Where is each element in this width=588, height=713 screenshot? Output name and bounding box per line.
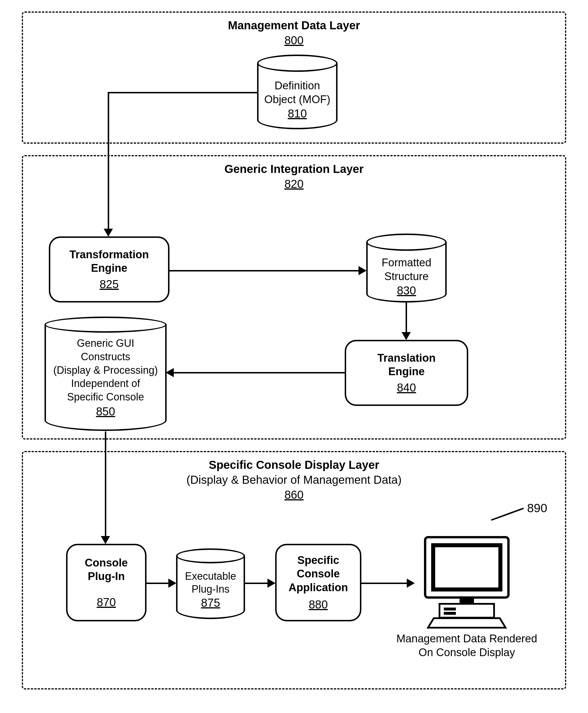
layer3-title: Specific Console Display Layer (Display … bbox=[23, 457, 565, 504]
connector bbox=[108, 92, 257, 93]
generic-gui-l3: (Display & Processing) bbox=[53, 364, 158, 376]
connector bbox=[174, 372, 345, 374]
layer3-ref: 860 bbox=[285, 488, 303, 501]
specific-console-app-l1: Specific bbox=[297, 553, 339, 567]
transformation-engine-l1: Transformation bbox=[69, 248, 149, 262]
formatted-structure-cylinder: Formatted Structure 830 bbox=[366, 242, 447, 302]
arrow-right-icon bbox=[358, 266, 366, 275]
rendered-caption-l2: On Console Display bbox=[419, 646, 515, 658]
specific-console-app-l2: Console bbox=[297, 567, 340, 581]
layer3-title-text: Specific Console Display Layer bbox=[209, 459, 379, 471]
arrow-left-icon bbox=[166, 368, 174, 377]
svg-rect-4 bbox=[444, 608, 456, 610]
formatted-structure-l1: Formatted bbox=[381, 256, 431, 269]
definition-object-ref: 810 bbox=[288, 107, 307, 120]
executable-plugins-cylinder: Executable Plug-Ins 875 bbox=[176, 556, 245, 619]
transformation-engine-box: Transformation Engine 825 bbox=[49, 236, 169, 302]
layer1-title-text: Management Data Layer bbox=[228, 19, 360, 32]
generic-gui-l5: Specific Console bbox=[67, 391, 144, 403]
connector bbox=[361, 583, 407, 584]
diagram-canvas: Management Data Layer 800 Definition Obj… bbox=[0, 0, 588, 713]
translation-engine-l2: Engine bbox=[388, 365, 425, 379]
definition-object-label2: Object (MOF) bbox=[264, 93, 330, 105]
translation-engine-box: Translation Engine 840 bbox=[345, 340, 468, 406]
definition-object-label1: Definition bbox=[275, 80, 320, 92]
generic-gui-l1: Generic GUI bbox=[77, 337, 134, 349]
svg-rect-1 bbox=[433, 545, 500, 589]
connector bbox=[169, 270, 359, 271]
layer1-ref: 800 bbox=[285, 34, 303, 46]
connector bbox=[245, 583, 268, 584]
console-plugin-box: Console Plug-In 870 bbox=[66, 544, 147, 621]
layer2-ref: 820 bbox=[285, 177, 303, 190]
transformation-engine-ref: 825 bbox=[100, 277, 119, 291]
generic-gui-ref: 850 bbox=[96, 405, 115, 418]
definition-object-cylinder: Definition Object (MOF) 810 bbox=[257, 63, 337, 129]
executable-plugins-ref: 875 bbox=[201, 596, 220, 609]
specific-console-app-ref: 880 bbox=[309, 597, 328, 612]
transformation-engine-l2: Engine bbox=[91, 261, 128, 275]
formatted-structure-ref: 830 bbox=[397, 284, 416, 297]
translation-engine-l1: Translation bbox=[377, 351, 436, 365]
arrow-right-icon bbox=[268, 579, 275, 588]
rendered-caption-l1: Management Data Rendered bbox=[396, 633, 537, 645]
layer2-title: Generic Integration Layer 820 bbox=[23, 162, 565, 193]
generic-gui-l2: Constructs bbox=[81, 351, 130, 362]
formatted-structure-l2: Structure bbox=[384, 270, 428, 282]
generic-gui-cylinder: Generic GUI Constructs (Display & Proces… bbox=[44, 324, 167, 431]
console-plugin-l2: Plug-In bbox=[88, 570, 125, 584]
specific-console-app-box: Specific Console Application 880 bbox=[275, 544, 361, 621]
specific-console-app-l3: Application bbox=[289, 581, 348, 595]
arrow-right-icon bbox=[168, 579, 176, 588]
monitor-ref-label: 890 bbox=[527, 501, 547, 515]
connector bbox=[405, 302, 407, 333]
monitor-icon bbox=[417, 529, 517, 629]
console-plugin-l1: Console bbox=[85, 556, 128, 570]
translation-engine-ref: 840 bbox=[397, 380, 416, 395]
layer2-title-text: Generic Integration Layer bbox=[224, 163, 364, 175]
generic-gui-l4: Independent of bbox=[71, 377, 140, 389]
svg-rect-2 bbox=[460, 597, 474, 604]
layer1-title: Management Data Layer 800 bbox=[23, 18, 565, 49]
layer3-subtitle: (Display & Behavior of Management Data) bbox=[186, 474, 402, 486]
svg-rect-3 bbox=[440, 604, 494, 617]
svg-rect-5 bbox=[444, 612, 456, 615]
arrow-right-icon bbox=[407, 579, 415, 588]
rendered-caption: Management Data Rendered On Console Disp… bbox=[382, 632, 551, 659]
executable-plugins-l2: Plug-Ins bbox=[192, 583, 230, 595]
arrow-down-icon bbox=[402, 332, 411, 340]
console-plugin-ref: 870 bbox=[97, 595, 116, 609]
connector bbox=[147, 583, 169, 584]
executable-plugins-l1: Executable bbox=[185, 570, 236, 582]
